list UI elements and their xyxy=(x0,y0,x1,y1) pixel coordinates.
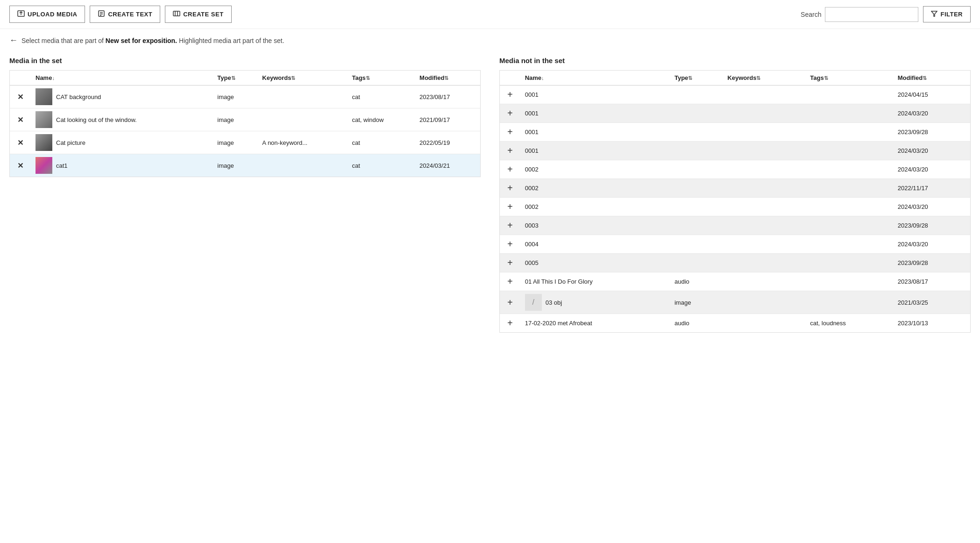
th-out-modified[interactable]: Modified⇅ xyxy=(893,71,970,86)
media-in-set-table: Name↓ Type⇅ Keywords⇅ Tags⇅ Modified⇅ ✕ … xyxy=(9,70,481,177)
add-button[interactable]: + xyxy=(504,238,516,250)
keywords-cell xyxy=(257,108,347,131)
remove-button[interactable]: ✕ xyxy=(14,137,26,148)
keywords-cell: A non-keyword... xyxy=(257,131,347,154)
item-name: 0003 xyxy=(525,222,539,229)
name-content: 0002 xyxy=(525,185,665,192)
add-button[interactable]: + xyxy=(504,126,516,138)
thumbnail xyxy=(36,134,52,151)
remove-button[interactable]: ✕ xyxy=(14,92,26,102)
filter-button[interactable]: FILTER xyxy=(923,6,971,22)
table-row: ✕ cat1 image cat 2024/03/21 xyxy=(10,154,480,177)
modified-cell: 2022/11/17 xyxy=(893,179,970,198)
toolbar: UPLOAD MEDIA CREATE TEXT CREATE SET Sear… xyxy=(0,0,980,29)
media-not-in-set-title: Media not in the set xyxy=(499,57,971,64)
name-content: 0004 xyxy=(525,241,665,248)
modified-cell: 2024/04/15 xyxy=(893,86,970,104)
table-row: + 0001 2024/03/20 xyxy=(500,142,970,160)
not-in-set-header-row: Name↓ Type⇅ Keywords⇅ Tags⇅ Modified⇅ xyxy=(500,71,970,86)
upload-media-button[interactable]: UPLOAD MEDIA xyxy=(9,6,85,23)
th-out-name[interactable]: Name↓ xyxy=(520,71,670,86)
create-set-button[interactable]: CREATE SET xyxy=(165,6,231,23)
table-row: + 17-02-2020 met Afrobeat audio cat, lou… xyxy=(500,314,970,333)
remove-cell: ✕ xyxy=(10,131,31,154)
in-set-header-row: Name↓ Type⇅ Keywords⇅ Tags⇅ Modified⇅ xyxy=(10,71,480,86)
type-cell xyxy=(670,254,723,272)
table-row: + 0001 2023/09/28 xyxy=(500,123,970,142)
remove-button[interactable]: ✕ xyxy=(14,114,26,125)
th-in-tags[interactable]: Tags⇅ xyxy=(347,71,415,86)
remove-cell: ✕ xyxy=(10,86,31,108)
add-cell: + xyxy=(500,179,520,198)
th-remove xyxy=(10,71,31,86)
name-cell: 0005 xyxy=(520,254,670,272)
add-cell: + xyxy=(500,235,520,254)
name-cell: Cat picture xyxy=(31,131,213,154)
name-content: cat1 xyxy=(36,157,208,174)
th-out-tags[interactable]: Tags⇅ xyxy=(805,71,893,86)
filter-label: FILTER xyxy=(940,11,963,18)
add-button[interactable]: + xyxy=(504,296,516,309)
th-out-keywords[interactable]: Keywords⇅ xyxy=(723,71,805,86)
th-in-modified[interactable]: Modified⇅ xyxy=(415,71,480,86)
keywords-cell xyxy=(723,198,805,216)
keywords-cell xyxy=(723,86,805,104)
create-text-button[interactable]: CREATE TEXT xyxy=(90,6,160,23)
name-cell: 0003 xyxy=(520,216,670,235)
item-name: 0001 xyxy=(525,91,539,98)
add-button[interactable]: + xyxy=(504,257,516,269)
th-in-keywords[interactable]: Keywords⇅ xyxy=(257,71,347,86)
remove-button[interactable]: ✕ xyxy=(14,160,26,171)
add-button[interactable]: + xyxy=(504,88,516,101)
create-set-label: CREATE SET xyxy=(183,11,223,18)
search-input[interactable] xyxy=(825,7,918,22)
th-in-name[interactable]: Name↓ xyxy=(31,71,213,86)
modified-cell: 2023/09/28 xyxy=(893,216,970,235)
table-row: + 0002 2024/03/20 xyxy=(500,160,970,179)
create-text-label: CREATE TEXT xyxy=(108,11,152,18)
th-out-type[interactable]: Type⇅ xyxy=(670,71,723,86)
add-cell: + xyxy=(500,142,520,160)
tags-cell xyxy=(805,216,893,235)
tags-cell xyxy=(805,254,893,272)
th-in-type[interactable]: Type⇅ xyxy=(213,71,257,86)
name-cell: 0001 xyxy=(520,104,670,123)
table-row: + 0004 2024/03/20 xyxy=(500,235,970,254)
item-name: 0001 xyxy=(525,147,539,154)
media-in-set-title: Media in the set xyxy=(9,57,481,64)
add-cell: + xyxy=(500,86,520,104)
item-name: 0001 xyxy=(525,129,539,136)
back-button[interactable]: ← xyxy=(9,36,18,45)
add-button[interactable]: + xyxy=(504,200,516,213)
add-button[interactable]: + xyxy=(504,275,516,288)
name-cell: CAT background xyxy=(31,86,213,108)
tags-cell xyxy=(805,179,893,198)
add-button[interactable]: + xyxy=(504,107,516,120)
add-cell: + xyxy=(500,291,520,314)
remove-cell: ✕ xyxy=(10,108,31,131)
modified-cell: 2023/09/28 xyxy=(893,123,970,142)
name-content: 0001 xyxy=(525,110,665,117)
add-button[interactable]: + xyxy=(504,219,516,232)
search-label: Search xyxy=(801,11,821,18)
tags-cell: cat xyxy=(347,131,415,154)
add-button[interactable]: + xyxy=(504,317,516,329)
svg-rect-6 xyxy=(173,11,180,16)
type-cell xyxy=(670,160,723,179)
name-cell: 0002 xyxy=(520,160,670,179)
name-content: 0001 xyxy=(525,147,665,154)
name-content: CAT background xyxy=(36,88,208,105)
table-row: + 0002 2024/03/20 xyxy=(500,198,970,216)
name-cell: cat1 xyxy=(31,154,213,177)
thumbnail xyxy=(36,157,52,174)
filter-icon xyxy=(931,10,937,18)
tags-cell xyxy=(805,86,893,104)
add-button[interactable]: + xyxy=(504,163,516,176)
breadcrumb-text: Select media that are part of New set fo… xyxy=(21,37,284,44)
keywords-cell xyxy=(723,123,805,142)
tags-cell xyxy=(805,160,893,179)
add-button[interactable]: + xyxy=(504,144,516,157)
add-button[interactable]: + xyxy=(504,182,516,194)
name-content: 0005 xyxy=(525,259,665,266)
table-row: + 0005 2023/09/28 xyxy=(500,254,970,272)
